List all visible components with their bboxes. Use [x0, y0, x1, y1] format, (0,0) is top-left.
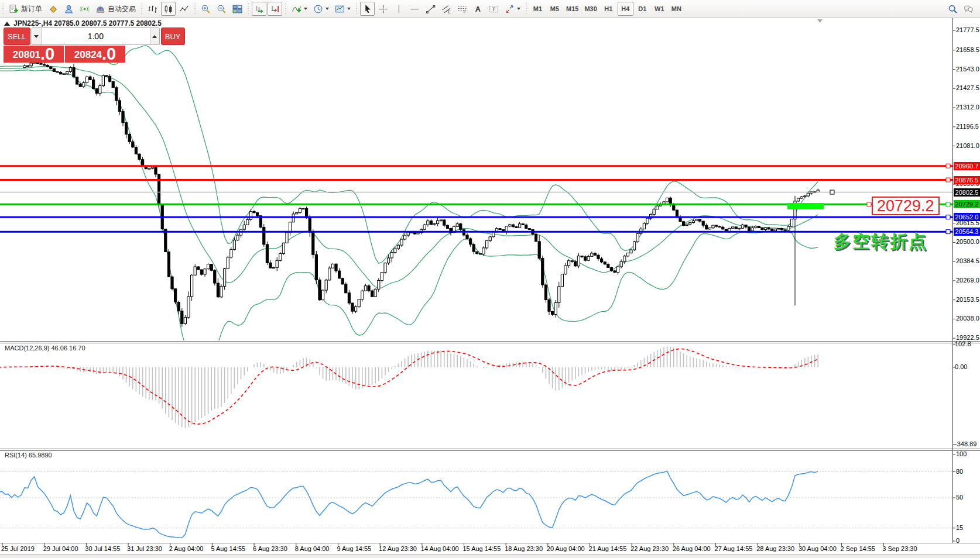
line-chart-icon — [179, 4, 189, 14]
line-handle[interactable] — [946, 230, 950, 234]
chevron-up-icon — [152, 35, 157, 38]
candlestick-button[interactable] — [161, 2, 176, 16]
timeframe-h1-button[interactable]: H1 — [601, 2, 616, 16]
toolbar-group-timeframes: M1M5M15M30H1H4D1W1MN — [529, 0, 685, 18]
chat-button[interactable] — [961, 2, 976, 16]
line-handle[interactable] — [946, 178, 950, 182]
autotrade-icon — [95, 4, 105, 14]
search-icon — [948, 4, 958, 14]
signal-icon — [80, 4, 90, 14]
toolbar: 新订单自动交易EFATM1M5M15M30H1H4D1W1MN — [0, 0, 980, 18]
line-chart-button[interactable] — [177, 2, 191, 16]
arrows-button[interactable] — [502, 2, 523, 16]
volume-increase-button[interactable] — [150, 28, 159, 44]
chevron-down-icon — [325, 8, 329, 10]
buy-button[interactable]: BUY — [161, 27, 185, 45]
zoom-out-button[interactable] — [214, 2, 229, 16]
zoom-in-button[interactable] — [198, 2, 213, 16]
text-label-button[interactable]: T — [486, 2, 501, 16]
sell-price-pips: .0 — [40, 46, 54, 62]
volume-input[interactable] — [42, 28, 150, 44]
buy-price[interactable]: 20824.0 — [65, 46, 125, 63]
text-button[interactable]: A — [471, 2, 485, 16]
tile-windows-button[interactable] — [230, 2, 245, 16]
toolbar-group-drawing: EFAT — [359, 0, 523, 18]
button-label: D1 — [638, 5, 646, 12]
trendline-button[interactable] — [423, 2, 438, 16]
button-label: M1 — [533, 5, 542, 12]
chart-shift-marker[interactable] — [817, 19, 823, 23]
horizontal-line-icon — [410, 4, 420, 14]
autotrade-button[interactable]: 自动交易 — [93, 2, 138, 16]
timeframe-m30-button[interactable]: M30 — [582, 2, 599, 16]
timeframe-d1-button[interactable]: D1 — [635, 2, 650, 16]
new-order-button[interactable]: 新订单 — [6, 2, 44, 16]
macd-indicator — [0, 346, 818, 428]
rsi-indicator — [0, 471, 952, 538]
button-label: M5 — [550, 5, 559, 12]
chevron-down-icon — [304, 8, 307, 10]
toolbar-grip — [246, 3, 250, 15]
horizontal-line-button[interactable] — [407, 2, 422, 16]
timeframe-m15-button[interactable]: M15 — [564, 2, 581, 16]
cursor-button[interactable] — [360, 2, 375, 16]
candlestick-series — [23, 60, 819, 327]
toolbar-group-orders: 新订单自动交易 — [6, 0, 139, 18]
button-label: MN — [671, 5, 681, 12]
timeframe-mn-button[interactable]: MN — [669, 2, 684, 16]
bar-chart-icon — [148, 4, 157, 14]
layout-icon — [48, 4, 58, 14]
button-label: W1 — [655, 5, 664, 12]
button-label: 自动交易 — [108, 4, 136, 14]
search-button[interactable] — [945, 2, 960, 16]
profile-button[interactable] — [61, 2, 76, 16]
sell-price[interactable]: 20801.0 — [4, 46, 64, 63]
line-handle[interactable] — [946, 215, 950, 219]
volume-decrease-button[interactable] — [32, 28, 42, 44]
timeframe-h4-button[interactable]: H4 — [618, 2, 633, 16]
sell-price-main: 20801 — [13, 48, 40, 62]
toolbar-grip — [193, 3, 197, 15]
arrows-icon — [505, 4, 515, 14]
bid-line-handle[interactable] — [830, 190, 834, 194]
button-label: H1 — [604, 5, 612, 12]
zoom-in-icon — [201, 4, 211, 14]
vertical-line-button[interactable] — [392, 2, 406, 16]
label-anchor-handle[interactable] — [867, 202, 871, 206]
timeframe-m1-button[interactable]: M1 — [530, 2, 546, 16]
chart-shift-icon — [270, 4, 280, 14]
svg-text:F: F — [464, 10, 466, 14]
bar-chart-button[interactable] — [145, 2, 160, 16]
line-handle[interactable] — [946, 202, 950, 206]
zoom-out-icon — [217, 4, 227, 14]
sell-button[interactable]: SELL — [4, 27, 30, 45]
vertical-line-icon — [394, 4, 404, 14]
channel-button[interactable]: E — [439, 2, 454, 16]
chevron-down-icon — [34, 35, 39, 38]
chart-canvas[interactable] — [0, 0, 980, 558]
mt-terminal-window: { "toolbar": { "groups": [ {"name":"orde… — [0, 0, 980, 558]
line-handle[interactable] — [946, 164, 950, 168]
toolbar-group-chart-modes — [145, 0, 192, 18]
profile-icon — [64, 4, 74, 14]
timeframe-m5-button[interactable]: M5 — [547, 2, 563, 16]
candlestick-icon — [163, 4, 173, 14]
timeframe-w1-button[interactable]: W1 — [652, 2, 667, 16]
green-highlight-box[interactable] — [787, 203, 824, 209]
auto-scroll-button[interactable] — [252, 2, 266, 16]
svg-text:T: T — [492, 5, 496, 12]
fibonacci-button[interactable]: F — [455, 2, 470, 16]
button-label: M15 — [566, 5, 578, 12]
button-label: H4 — [621, 5, 629, 12]
period-button[interactable] — [311, 2, 331, 16]
buy-price-pips: .0 — [102, 46, 116, 62]
template-icon — [335, 4, 345, 14]
horizontal-level-lines[interactable] — [0, 164, 952, 233]
indicators-button[interactable] — [289, 2, 310, 16]
signal-button[interactable] — [77, 2, 92, 16]
chart-shift-button[interactable] — [268, 2, 282, 16]
layout-button[interactable] — [46, 2, 60, 16]
toolbar-grip — [354, 3, 358, 15]
template-button[interactable] — [333, 2, 353, 16]
crosshair-button[interactable] — [376, 2, 390, 16]
